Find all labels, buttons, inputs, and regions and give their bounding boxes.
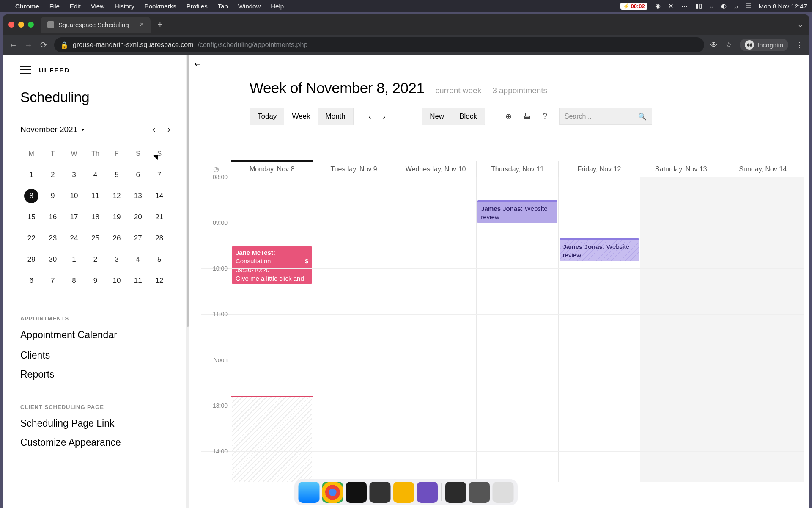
mini-cal-next-button[interactable]: › — [167, 124, 170, 135]
browser-menu-icon[interactable]: ⋮ — [796, 40, 804, 50]
menu-profiles[interactable]: Profiles — [187, 3, 208, 10]
mini-cal-day[interactable]: 3 — [64, 165, 84, 185]
mini-cal-day[interactable]: 7 — [42, 271, 63, 291]
mini-cal-prev-button[interactable]: ‹ — [152, 124, 155, 135]
nav-clients[interactable]: Clients — [20, 350, 170, 361]
mini-cal-day[interactable]: 18 — [85, 207, 105, 227]
mini-cal-day[interactable]: 26 — [107, 228, 127, 248]
mini-cal-day[interactable]: 8 — [64, 271, 84, 291]
mini-cal-day[interactable]: 5 — [149, 249, 170, 270]
nav-customize-appearance[interactable]: Customize Appearance — [20, 437, 170, 448]
dock-app[interactable] — [393, 482, 414, 503]
mini-cal-day[interactable]: 10 — [107, 271, 127, 291]
mini-cal-day[interactable]: 7 — [149, 165, 170, 185]
mini-cal-day[interactable]: 30 — [42, 249, 63, 270]
status-icon[interactable]: ◉ — [655, 2, 661, 10]
battery-icon[interactable]: ▮▯ — [695, 2, 702, 10]
menu-help[interactable]: Help — [271, 3, 284, 10]
wifi-icon[interactable]: ⌵ — [710, 2, 713, 10]
mini-cal-day[interactable]: 2 — [85, 249, 105, 270]
mini-cal-day[interactable]: 1 — [64, 249, 84, 270]
dock-app-terminal[interactable] — [346, 482, 367, 503]
mini-cal-day[interactable]: 11 — [85, 186, 105, 206]
mini-cal-day[interactable]: 4 — [128, 249, 148, 270]
mini-cal-day[interactable]: 29 — [21, 249, 41, 270]
menubar-app-name[interactable]: Chrome — [15, 3, 39, 10]
menu-history[interactable]: History — [115, 3, 134, 10]
window-zoom-button[interactable] — [28, 22, 34, 28]
dock-app[interactable] — [445, 482, 466, 503]
mini-cal-day[interactable]: 23 — [42, 228, 63, 248]
zoom-icon[interactable]: ⊕ — [505, 112, 512, 121]
mini-cal-day[interactable]: 19 — [107, 207, 127, 227]
menu-edit[interactable]: Edit — [70, 3, 81, 10]
window-close-button[interactable] — [8, 22, 14, 28]
status-icon[interactable]: ◐ — [721, 2, 727, 10]
menu-tab[interactable]: Tab — [218, 3, 228, 10]
new-tab-button[interactable]: + — [151, 19, 170, 30]
control-center-icon[interactable]: ☰ — [746, 2, 751, 10]
dock-app[interactable] — [469, 482, 490, 503]
nav-reports[interactable]: Reports — [20, 369, 170, 380]
mini-cal-day[interactable]: 15 — [21, 207, 41, 227]
mini-cal-day[interactable]: 25 — [85, 228, 105, 248]
mini-cal-day[interactable]: 6 — [21, 271, 41, 291]
back-button[interactable]: ← — [8, 40, 18, 50]
tab-close-icon[interactable]: × — [140, 21, 144, 28]
mini-cal-day[interactable]: 20 — [128, 207, 148, 227]
url-field[interactable]: 🔒 grouse-mandarin-sxnl.squarespace.com/c… — [54, 37, 704, 52]
mini-cal-day[interactable]: 22 — [21, 228, 41, 248]
mini-cal-day[interactable]: 8 — [21, 186, 41, 206]
mini-cal-day[interactable]: 24 — [64, 228, 84, 248]
mini-cal-day[interactable]: 13 — [128, 186, 148, 206]
mini-cal-day[interactable]: 3 — [107, 249, 127, 270]
mini-cal-day[interactable]: 9 — [85, 271, 105, 291]
mini-cal-day[interactable]: 28 — [149, 228, 170, 248]
mini-cal-day[interactable]: 12 — [107, 186, 127, 206]
menu-view[interactable]: View — [91, 3, 104, 10]
mini-cal-day[interactable]: 1 — [21, 165, 41, 185]
month-button[interactable]: Month — [318, 108, 353, 125]
browser-tab[interactable]: Squarespace Scheduling × — [41, 17, 151, 33]
dock-app[interactable] — [417, 482, 438, 503]
dock-app-chrome[interactable] — [322, 482, 343, 503]
nav-scheduling-page-link[interactable]: Scheduling Page Link — [20, 418, 170, 429]
hamburger-icon[interactable] — [20, 66, 31, 74]
dock-app-trash[interactable] — [493, 482, 514, 503]
help-icon[interactable]: ? — [543, 112, 547, 121]
dock-app-finder[interactable] — [299, 482, 320, 503]
status-icon[interactable]: ✕ — [668, 2, 674, 10]
battery-status[interactable]: 00:02 — [620, 3, 647, 10]
mini-cal-day[interactable]: 9 — [42, 186, 63, 206]
menu-window[interactable]: Window — [238, 3, 261, 10]
dock-app[interactable] — [370, 482, 391, 503]
mini-cal-day[interactable]: 21 — [149, 207, 170, 227]
print-icon[interactable]: 🖶 — [524, 112, 531, 121]
mini-cal-day[interactable]: 2 — [42, 165, 63, 185]
block-button[interactable]: Block — [452, 108, 485, 125]
mini-cal-day[interactable]: 11 — [128, 271, 148, 291]
bookmark-star-icon[interactable]: ☆ — [725, 40, 732, 50]
mini-cal-day[interactable]: 16 — [42, 207, 63, 227]
mini-cal-day[interactable]: 12 — [149, 271, 170, 291]
new-button[interactable]: New — [422, 108, 452, 125]
today-button[interactable]: Today — [250, 108, 284, 125]
mini-cal-day[interactable]: 14 — [149, 186, 170, 206]
prev-week-button[interactable]: ‹ — [369, 112, 372, 121]
reload-button[interactable]: ⟳ — [39, 40, 48, 50]
incognito-badge[interactable]: 🕶 Incognito — [740, 39, 788, 51]
mini-cal-day[interactable]: 6 — [128, 165, 148, 185]
month-select[interactable]: November 2021 ▾ — [20, 125, 84, 134]
week-button[interactable]: Week — [284, 108, 318, 125]
mini-cal-day[interactable]: 17 — [64, 207, 84, 227]
next-week-button[interactable]: › — [382, 112, 385, 121]
spotlight-icon[interactable]: ⌕ — [734, 3, 738, 10]
mini-cal-day[interactable]: 10 — [64, 186, 84, 206]
menu-file[interactable]: File — [49, 3, 60, 10]
tab-overflow-icon[interactable]: ⌄ — [797, 20, 809, 29]
expand-icon[interactable]: ↖ — [192, 58, 203, 69]
mini-cal-day[interactable]: 4 — [85, 165, 105, 185]
window-minimize-button[interactable] — [18, 22, 24, 28]
status-icon[interactable]: ⋯ — [681, 2, 688, 10]
mini-cal-day[interactable]: 27 — [128, 228, 148, 248]
